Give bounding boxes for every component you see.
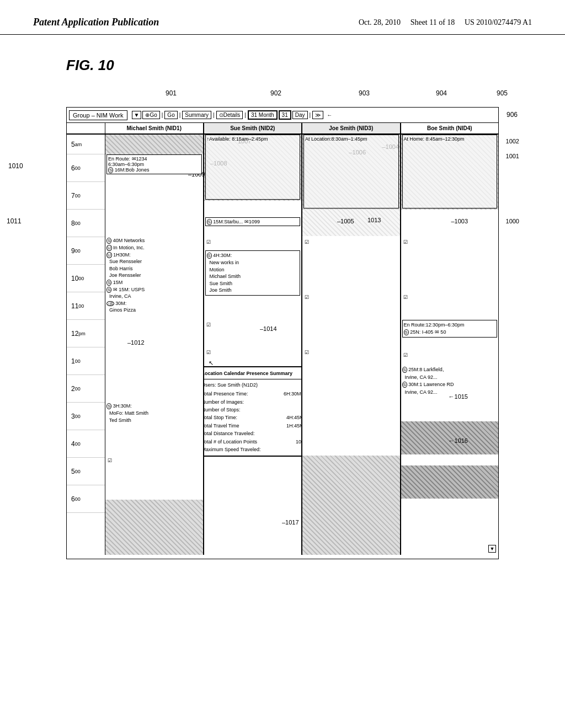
main-diagram: Group – NIM Work ▼ ⊕Go | Go | Summary | … — [66, 107, 499, 559]
group-selector[interactable]: Group – NIM Work — [69, 110, 127, 120]
chk-col3-1[interactable]: ☑ — [305, 239, 309, 245]
col-header-2[interactable]: Sue Smith (NID2) — [204, 123, 303, 133]
ref-1005-inner: –1005 — [337, 218, 354, 224]
day-btn[interactable]: Day — [292, 111, 308, 119]
hatch-bot-1 — [105, 500, 203, 555]
patent-header: Patent Application Publication Oct. 28, … — [0, 0, 565, 35]
time-slot-1: 100 — [67, 347, 105, 375]
chk-col4-2[interactable]: ☑ — [403, 295, 408, 300]
sr1-label: Total Presence Time: — [204, 391, 248, 397]
summary-title: Location Calendar Presence Summary — [204, 370, 303, 379]
more-btn[interactable]: ≫ — [312, 111, 323, 119]
ref-1016-inner: ←1016 — [449, 437, 468, 444]
en-route-title: En Route: ✉1234 — [108, 156, 147, 162]
en-route-block: En Route: ✉1234 6:30am–6:30pm S 16M:Bob … — [106, 154, 202, 174]
col-header-1: Michael Smith (NID1) — [105, 123, 204, 133]
time-slot-8: 800 — [67, 210, 105, 237]
time-slot-12pm: 12pm — [67, 320, 105, 347]
figure-label: FIG. 10 — [66, 57, 565, 74]
summary-users: Users: Sue Smith (N1D2) — [204, 381, 303, 389]
scroll-down-btn[interactable]: ▼ — [488, 545, 496, 553]
chk-col3-2[interactable]: ☑ — [305, 295, 309, 300]
summary-row-4: Total Stop Time: 4H:45M 73.08% — [204, 414, 303, 421]
person4-name: Boe Smith (NID4) — [427, 125, 472, 131]
details-btn[interactable]: ⊙Details — [216, 111, 243, 119]
h430-block: S 4H:30M: New works in Motion Michael Sm… — [205, 250, 301, 296]
chk-col4-3[interactable]: ☑ — [403, 352, 408, 358]
column-headers: Michael Smith (NID1) Sue Smith (NID2) Jo… — [67, 123, 498, 135]
sr8-label: Maximum Speed Traveled: — [204, 447, 261, 452]
en-route-time: 6:30am–6:30pm — [108, 162, 144, 167]
toolbar-row: Group – NIM Work ▼ ⊕Go | Go | Summary | … — [67, 108, 498, 123]
patent-title: Patent Application Publication — [33, 17, 159, 28]
group-label: Group – NIM Work — [73, 112, 124, 119]
patent-date: Oct. 28, 2010 — [359, 18, 401, 26]
summary-row-5: Total Travel Time 1H:45M 26.92% — [204, 422, 303, 430]
separator4: | — [244, 112, 247, 118]
arrow-right[interactable]: ← — [327, 112, 332, 118]
day31-btn[interactable]: 31 — [279, 110, 291, 120]
time-slot-3: 300 — [67, 403, 105, 430]
available-block: ↑Available: 8:15am–2:45pm — [205, 135, 301, 200]
ref-903: 903 — [359, 89, 370, 97]
separator2: | — [179, 112, 182, 118]
summary-row-8: Maximum Speed Traveled: 74 MPH — [204, 446, 303, 453]
col-joe: At Location:8:30am–1:45pm ☑ ☑ ☑ — [302, 135, 401, 555]
summary-row-1: Total Presence Time: 6H:30M 100.00% — [204, 390, 303, 398]
time-slot-5am: 5am — [67, 135, 105, 154]
separator1: | — [161, 112, 164, 118]
sr4-value: 4H:45M 73.08% — [286, 414, 302, 421]
chk-col4-1[interactable]: ☑ — [403, 239, 408, 245]
time-slot-5: 500 — [67, 458, 105, 485]
go-btn[interactable]: Go — [164, 111, 177, 119]
en-route-2-block: En Route:12:30pm–6:30pm S 25N: I-405 ✉ 5… — [402, 320, 498, 337]
sr6-label: Total Distance Traveled: — [204, 431, 255, 436]
sr5-label: Total Travel Time — [204, 423, 239, 429]
at-location-block: At Location:8:30am–1:45pm — [303, 135, 399, 208]
ref-1017-inner: –1017 — [282, 519, 299, 526]
time-slot-6e: 600 — [67, 485, 105, 513]
sr1-value: 6H:30M 100.00% — [284, 390, 302, 398]
sr4-label: Total Stop Time: — [204, 415, 238, 420]
hatch-dark-4b — [401, 465, 499, 499]
sr7-label: Total # of Location Points — [204, 439, 258, 445]
person1-name: Michael Smith (NID1) — [127, 125, 182, 131]
chk-col2-1[interactable]: ☑ — [206, 239, 211, 245]
col-michael: En Route: ✉1234 6:30am–6:30pm S 16M:Bob … — [105, 135, 204, 555]
col-header-3[interactable]: Joe Smith (NID3) — [302, 123, 401, 133]
hatch-top-1 — [105, 135, 203, 154]
ref-1002: 1002 — [506, 138, 519, 144]
time-header-col — [67, 123, 105, 133]
ref-1010: 1010 — [8, 162, 23, 170]
summary-popup: Location Calendar Presence Summary Users… — [204, 366, 303, 457]
go-compass-btn[interactable]: ⊕Go — [142, 111, 159, 119]
ref-1000: 1000 — [506, 218, 519, 224]
ref-901: 901 — [166, 89, 177, 97]
chk-col2-3[interactable]: ☑ — [206, 350, 211, 355]
time-slot-9: 900 — [67, 237, 105, 265]
chk-col2-2[interactable]: ☑ — [206, 322, 211, 328]
dropdown-btn[interactable]: ▼ — [132, 111, 142, 119]
col-header-4: Boe Smith (NID4) — [401, 123, 499, 133]
location-details: S 25M:8 Larkfield, Irvine, CA 92... S 30… — [402, 366, 498, 396]
sr3-label: Number of Stops: — [204, 407, 241, 413]
person2-name: Sue Smith (NID2) — [230, 125, 275, 131]
chk-col1[interactable]: ☑ — [108, 458, 112, 463]
networks-block: S 40M Networks U In Motion, Inc. U 1H30M… — [106, 237, 202, 314]
starbu-block: S 15M:Starbu... ✉1099 — [205, 217, 301, 226]
separator5: | — [309, 112, 312, 118]
month-btn[interactable]: 31 Month — [248, 110, 278, 120]
time-slot-10: 1000 — [67, 265, 105, 292]
ref-1013-inner: 1013 — [367, 217, 381, 223]
en-route-sub: S 16M:Bob Jones — [108, 167, 149, 173]
ref-902: 902 — [270, 89, 281, 97]
sr7-value: 1099 Points — [296, 438, 302, 446]
ref-906: 906 — [507, 111, 518, 119]
summary-btn[interactable]: Summary — [182, 111, 211, 119]
sr5-value: 1H:45M 26.92% — [286, 422, 302, 430]
hatch-bot-3 — [302, 456, 400, 555]
ref-904: 904 — [436, 89, 447, 97]
chk-col3-3[interactable]: ☑ — [305, 350, 309, 355]
toolbar-buttons: ▼ ⊕Go | Go | Summary | ⊙Details | 31 Mon… — [132, 110, 333, 120]
time-slot-4: 400 — [67, 430, 105, 458]
